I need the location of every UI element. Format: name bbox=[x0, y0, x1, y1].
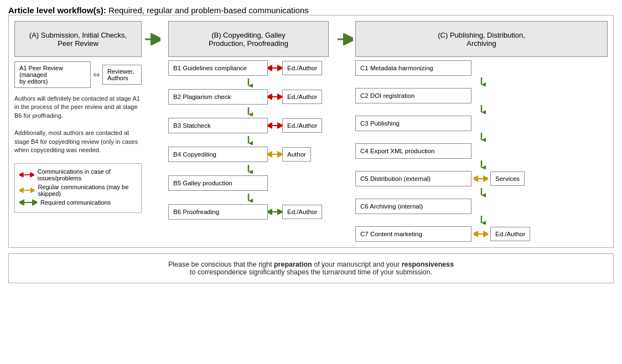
arrow-b6 bbox=[268, 209, 282, 215]
step-b5: B5 Galley production bbox=[168, 175, 268, 191]
c1-section: C1 Metadata harmonizing bbox=[355, 60, 608, 88]
peer-review-row: A1 Peer Review (managedby editors) ⇔ Rev… bbox=[14, 61, 142, 88]
arrow-down-c1 bbox=[355, 76, 608, 88]
arrow-down-c6 bbox=[355, 214, 608, 226]
b1-section: B1 Guidelines compliance Ed./Author bbox=[168, 60, 329, 89]
arrow-down-c3 bbox=[355, 131, 608, 143]
step-c6: C6 Archiving (internal) bbox=[355, 199, 471, 214]
b3-section: B3 Statcheck Ed./Author bbox=[168, 118, 329, 147]
b5-row: B5 Galley production bbox=[168, 175, 329, 191]
arrow-down-c4 bbox=[355, 159, 608, 171]
c6-section: C6 Archiving (internal) bbox=[355, 199, 608, 226]
b6-section: B6 Proofreading Ed./Author bbox=[168, 204, 329, 221]
actor-b4: Author bbox=[282, 147, 311, 162]
actor-c7: Ed./Author bbox=[490, 227, 530, 241]
arrow-c5 bbox=[474, 175, 488, 182]
actor-b6: Ed./Author bbox=[282, 205, 322, 219]
c2-section: C2 DOI registration bbox=[355, 88, 608, 116]
arrow-down-b2 bbox=[168, 106, 329, 118]
yellow-arrow-icon bbox=[19, 187, 34, 194]
footer-note: Please be conscious that the right prepa… bbox=[8, 253, 614, 283]
arrow-phase-b-to-c bbox=[334, 21, 355, 242]
phase-b-header: (B) Copyediting, GalleyProduction, Proof… bbox=[168, 21, 329, 57]
step-b3: B3 Statcheck bbox=[168, 118, 268, 133]
page-title: Article level workflow(s): Required, reg… bbox=[8, 6, 614, 15]
b2-row: B2 Plagiarism check Ed./Author bbox=[168, 89, 329, 105]
text-block-2: Additionally, most authors are contacted… bbox=[14, 127, 142, 157]
c5-section: C5 Distribution (external) Services bbox=[355, 171, 608, 199]
arrow-b4 bbox=[268, 151, 282, 158]
actor-b3: Ed./Author bbox=[282, 118, 322, 133]
step-c3: C3 Publishing bbox=[355, 116, 471, 131]
b6-row: B6 Proofreading Ed./Author bbox=[168, 204, 329, 220]
c7-row: C7 Content marketing Ed./Author bbox=[355, 226, 608, 242]
column-b: (B) Copyediting, GalleyProduction, Proof… bbox=[163, 21, 334, 242]
arrow-b3 bbox=[268, 122, 282, 129]
arrow-b1 bbox=[268, 65, 282, 71]
legend-item-yellow: Regular communications (may be skipped) bbox=[19, 184, 137, 197]
phase-a-header: (A) Submission, Initial Checks,Peer Revi… bbox=[14, 21, 142, 57]
b2-section: B2 Plagiarism check Ed./Author bbox=[168, 89, 329, 118]
arrow-c7 bbox=[474, 231, 488, 237]
arrow-down-b1 bbox=[168, 77, 329, 89]
arrow-b2 bbox=[268, 93, 282, 100]
phase-c-header: (C) Publishing, Distribution,Archiving bbox=[355, 21, 608, 57]
step-c2: C2 DOI registration bbox=[355, 88, 471, 103]
step-b4: B4 Copyediting bbox=[168, 147, 268, 162]
step-c7: C7 Content marketing bbox=[355, 226, 471, 242]
step-a1: A1 Peer Review (managedby editors) bbox=[14, 61, 91, 88]
step-c5: C5 Distribution (external) bbox=[355, 171, 471, 186]
arrow-phase-a-to-b bbox=[142, 21, 163, 242]
c4-section: C4 Export XML production bbox=[355, 143, 608, 171]
arrow-down-b5 bbox=[168, 192, 329, 204]
c3-section: C3 Publishing bbox=[355, 116, 608, 143]
legend-item-red: Communications in case of issues/problem… bbox=[19, 168, 137, 181]
arrow-down-c2 bbox=[355, 103, 608, 116]
step-c4: C4 Export XML production bbox=[355, 143, 471, 159]
step-b6: B6 Proofreading bbox=[168, 204, 268, 220]
step-b1: B1 Guidelines compliance bbox=[168, 60, 268, 76]
text-block-1: Authors will definitely be contacted at … bbox=[14, 92, 142, 122]
legend-box: Communications in case of issues/problem… bbox=[14, 163, 142, 213]
actor-c5: Services bbox=[490, 171, 525, 186]
b1-row: B1 Guidelines compliance Ed./Author bbox=[168, 60, 329, 76]
reviewer-box: Reviewer,Authors bbox=[102, 65, 142, 85]
arrow-down-b4 bbox=[168, 163, 329, 175]
b4-row: B4 Copyediting Author bbox=[168, 147, 329, 162]
c7-section: C7 Content marketing Ed./Author bbox=[355, 226, 608, 242]
arrow-down-c5 bbox=[355, 186, 608, 199]
b3-row: B3 Statcheck Ed./Author bbox=[168, 118, 329, 133]
step-c1: C1 Metadata harmonizing bbox=[355, 60, 471, 76]
c5-row: C5 Distribution (external) Services bbox=[355, 171, 608, 186]
b5-section: B5 Galley production bbox=[168, 175, 329, 204]
red-arrow-icon bbox=[19, 171, 34, 178]
b4-section: B4 Copyediting Author bbox=[168, 147, 329, 175]
column-c: (C) Publishing, Distribution,Archiving C… bbox=[355, 21, 608, 242]
arrow-down-b3 bbox=[168, 134, 329, 147]
step-b2: B2 Plagiarism check bbox=[168, 89, 268, 105]
legend-item-green: Required communications bbox=[19, 199, 137, 206]
column-a: (A) Submission, Initial Checks,Peer Revi… bbox=[14, 21, 142, 242]
arrow-a1-reviewer: ⇔ bbox=[93, 70, 100, 80]
actor-b2: Ed./Author bbox=[282, 90, 322, 104]
green-arrow-icon bbox=[19, 199, 37, 206]
actor-b1: Ed./Author bbox=[282, 61, 322, 75]
